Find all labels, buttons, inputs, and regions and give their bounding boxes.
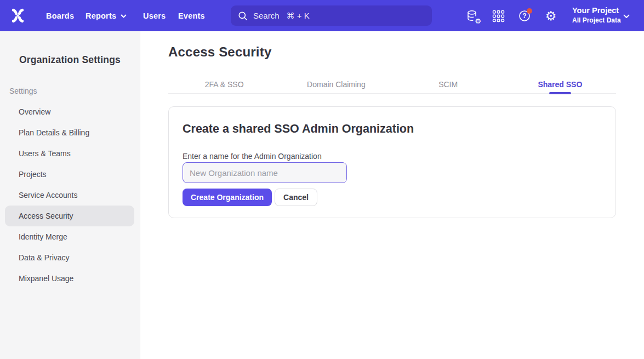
gear-icon: ⚙ <box>545 10 557 22</box>
search-icon <box>238 11 248 21</box>
search-input[interactable]: Search ⌘ + K <box>231 5 432 26</box>
card-title: Create a shared SSO Admin Organization <box>183 122 414 136</box>
sidebar-item-overview[interactable]: Overview <box>5 101 134 122</box>
sidebar-item-access-security[interactable]: Access Security <box>5 206 134 226</box>
sidebar-section-label: Settings <box>9 87 37 95</box>
help-button[interactable]: ? <box>517 9 532 23</box>
cancel-button[interactable]: Cancel <box>275 189 317 206</box>
top-nav: Boards Reports Users Events Search ⌘ + K… <box>0 0 644 31</box>
chevron-down-icon[interactable] <box>623 14 630 19</box>
apps-grid-button[interactable] <box>491 9 505 23</box>
tab-2fa-sso[interactable]: 2FA & SSO <box>168 76 280 93</box>
sidebar-item-plan-details-billing[interactable]: Plan Details & Billing <box>5 122 134 143</box>
tab-shared-sso[interactable]: Shared SSO <box>504 76 616 93</box>
nav-item-label: Reports <box>86 12 116 20</box>
tab-bar: 2FA & SSO Domain Claiming SCIM Shared SS… <box>168 76 616 94</box>
nav-item-label: Users <box>143 12 166 20</box>
sidebar-item-projects[interactable]: Projects <box>5 164 134 185</box>
search-placeholder: Search <box>253 11 280 20</box>
sidebar-item-mixpanel-usage[interactable]: Mixpanel Usage <box>5 268 134 289</box>
tab-scim[interactable]: SCIM <box>392 76 504 93</box>
nav-item-events[interactable]: Events <box>178 0 205 31</box>
org-name-input[interactable] <box>183 162 347 183</box>
data-management-button[interactable]: ⚙ <box>465 9 480 23</box>
nav-item-users[interactable]: Users <box>143 0 166 31</box>
nav-item-label: Events <box>178 12 205 20</box>
button-row: Create Organization Cancel <box>183 189 317 206</box>
nav-item-label: Boards <box>46 12 74 20</box>
chevron-down-icon <box>121 14 127 18</box>
tab-domain-claiming[interactable]: Domain Claiming <box>280 76 392 93</box>
search-shortcut: ⌘ + K <box>287 11 310 21</box>
create-organization-button[interactable]: Create Organization <box>183 189 272 206</box>
nav-item-reports[interactable]: Reports <box>86 0 127 31</box>
mini-gear-icon: ⚙ <box>475 18 481 25</box>
sidebar-item-identity-merge[interactable]: Identity Merge <box>5 226 134 247</box>
main-content: Access Security 2FA & SSO Domain Claimin… <box>141 31 644 359</box>
sidebar: Organization Settings Settings Overview … <box>0 31 140 359</box>
nav-item-boards[interactable]: Boards <box>46 0 74 31</box>
create-sso-org-card: Create a shared SSO Admin Organization E… <box>168 106 616 218</box>
sidebar-list: Overview Plan Details & Billing Users & … <box>5 101 134 289</box>
settings-button[interactable]: ⚙ <box>544 9 558 23</box>
sidebar-item-service-accounts[interactable]: Service Accounts <box>5 185 134 206</box>
mixpanel-logo[interactable] <box>9 7 26 24</box>
sidebar-item-users-teams[interactable]: Users & Teams <box>5 143 134 164</box>
page-title: Access Security <box>168 44 271 60</box>
svg-text:?: ? <box>522 12 526 20</box>
sidebar-item-data-privacy[interactable]: Data & Privacy <box>5 247 134 268</box>
sidebar-title: Organization Settings <box>0 54 140 66</box>
notification-dot <box>527 8 532 14</box>
org-name-field-label: Enter a name for the Admin Organization <box>183 152 322 161</box>
apps-grid-icon <box>492 10 505 22</box>
